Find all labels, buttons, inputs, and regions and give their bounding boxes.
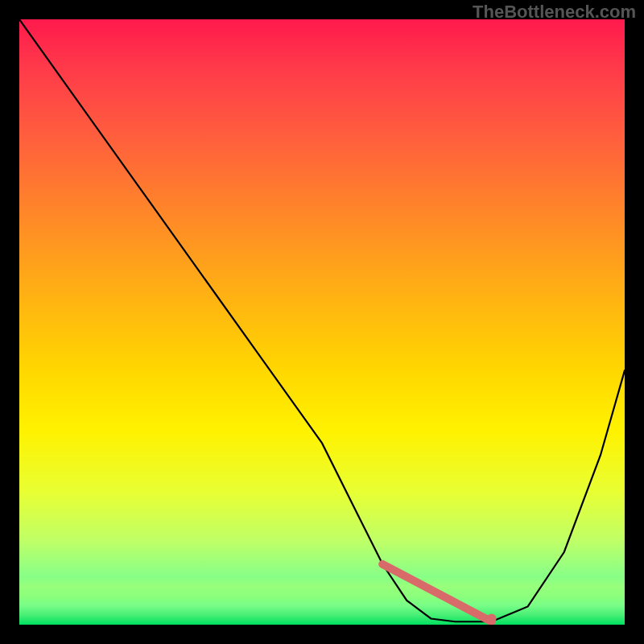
chart-svg bbox=[19, 19, 625, 625]
flat-region-highlight bbox=[382, 564, 491, 621]
watermark-text: TheBottleneck.com bbox=[473, 2, 636, 23]
bottleneck-curve bbox=[19, 19, 625, 621]
marker-dot bbox=[487, 613, 497, 623]
curve-group bbox=[19, 19, 625, 623]
chart-container: TheBottleneck.com bbox=[0, 0, 644, 644]
